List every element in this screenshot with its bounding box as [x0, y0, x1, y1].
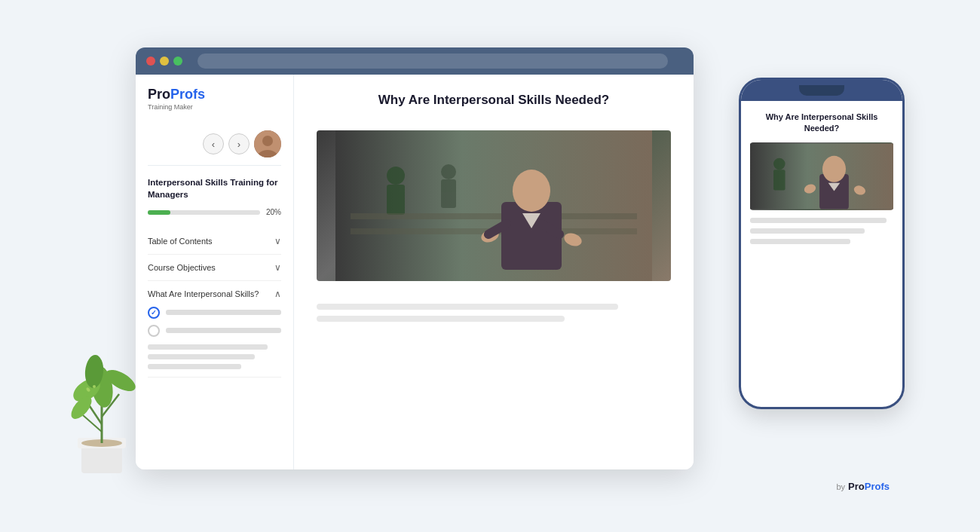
- browser-mockup: ProProfs Training Maker ‹ ›: [136, 47, 694, 469]
- mobile-title: Why Are Interpersonal Skills Needed?: [750, 112, 893, 135]
- course-title: Interpersonal Skills Training for Manage…: [148, 176, 281, 200]
- interpersonal-label: What Are Interpersonal Skills?: [148, 289, 259, 300]
- objectives-label: Course Objectives: [148, 263, 216, 272]
- svg-rect-18: [335, 130, 652, 281]
- checklist-text-2: [166, 328, 281, 333]
- mobile-notch: [799, 85, 844, 96]
- footer-logo-pro: Pro: [848, 481, 865, 492]
- svg-rect-35: [773, 170, 786, 190]
- svg-point-21: [441, 164, 456, 179]
- mobile-content: Why Are Interpersonal Skills Needed?: [741, 101, 902, 255]
- nav-forward-button[interactable]: ›: [228, 133, 250, 154]
- svg-point-19: [387, 167, 405, 185]
- svg-rect-25: [501, 202, 562, 270]
- mobile-line-1: [750, 218, 887, 223]
- logo-profs: Profs: [170, 87, 205, 102]
- dot-green: [173, 57, 182, 66]
- progress-row: 20%: [148, 208, 281, 216]
- svg-line-6: [83, 415, 102, 432]
- sidebar-section-header[interactable]: What Are Interpersonal Skills? ∧: [148, 289, 281, 300]
- logo-pro: Pro: [148, 87, 170, 102]
- mobile-text-lines: [750, 218, 893, 244]
- nav-back-button[interactable]: ‹: [203, 133, 224, 154]
- user-avatar[interactable]: [254, 130, 281, 157]
- content-title: Why Are Interpersonal Skills Needed?: [317, 93, 671, 108]
- text-line-2: [148, 354, 255, 359]
- text-line-1: [148, 344, 268, 350]
- browser-url-bar: [198, 54, 668, 69]
- content-line-2: [317, 316, 565, 322]
- content-text-lines: [317, 304, 671, 322]
- toc-chevron: ∨: [274, 236, 281, 246]
- browser-titlebar: [136, 47, 694, 75]
- mobile-mockup: Why Are Interpersonal Skills Needed?: [739, 78, 905, 409]
- proprofs-logo: ProProfs Training Maker: [148, 87, 281, 111]
- svg-point-15: [262, 136, 273, 146]
- footer-logo-profs: Profs: [865, 481, 890, 492]
- browser-dots: [146, 57, 182, 66]
- content-image: [317, 130, 671, 281]
- checklist-item-1: [148, 307, 281, 319]
- dot-yellow: [160, 57, 169, 66]
- svg-rect-22: [441, 179, 456, 208]
- logo-subtitle: Training Maker: [148, 103, 281, 111]
- plant-decoration: [53, 326, 151, 477]
- progress-bar-fill: [148, 210, 170, 215]
- progress-label: 20%: [266, 208, 281, 216]
- course-sidebar: ProProfs Training Maker ‹ ›: [136, 75, 294, 469]
- browser-content: ProProfs Training Maker ‹ ›: [136, 75, 694, 469]
- sidebar-item-toc[interactable]: Table of Contents ∨: [148, 228, 281, 255]
- interpersonal-chevron: ∧: [274, 289, 281, 299]
- check-done-icon: [148, 307, 160, 319]
- sidebar-section-interpersonal: What Are Interpersonal Skills? ∧: [148, 281, 281, 377]
- dot-red: [146, 57, 155, 66]
- progress-bar-bg: [148, 210, 260, 215]
- sidebar-text-lines: [148, 344, 281, 369]
- checklist-text-1: [166, 310, 281, 315]
- mobile-image: [750, 142, 893, 210]
- svg-rect-20: [387, 185, 405, 215]
- objectives-chevron: ∨: [274, 262, 281, 273]
- mobile-notch-area: [741, 80, 902, 101]
- main-content-area: Why Are Interpersonal Skills Needed?: [294, 75, 694, 469]
- svg-point-26: [513, 170, 550, 212]
- svg-rect-23: [351, 213, 637, 219]
- svg-point-34: [773, 158, 786, 170]
- footer-by: by: [836, 482, 845, 491]
- logo-area: ProProfs Training Maker: [148, 87, 281, 118]
- scene: ProProfs Training Maker ‹ ›: [75, 32, 905, 500]
- svg-point-37: [822, 156, 846, 182]
- content-line-1: [317, 304, 618, 310]
- sidebar-section-items: [148, 307, 281, 337]
- toc-label: Table of Contents: [148, 237, 213, 246]
- footer-brand: by ProProfs: [836, 481, 890, 492]
- svg-point-13: [93, 385, 96, 388]
- mobile-line-3: [750, 239, 850, 244]
- mobile-line-2: [750, 228, 865, 234]
- checklist-item-2: [148, 325, 281, 337]
- text-line-3: [148, 364, 241, 369]
- sidebar-item-objectives[interactable]: Course Objectives ∨: [148, 255, 281, 281]
